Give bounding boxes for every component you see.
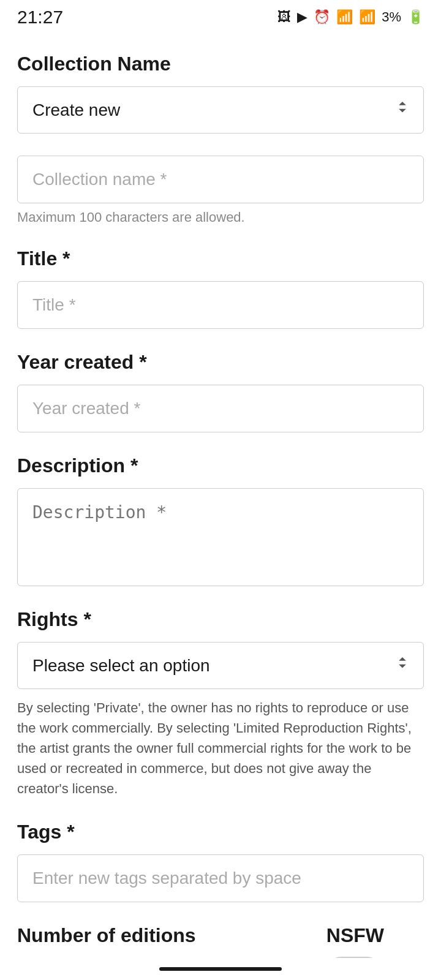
collection-name-hint: Maximum 100 characters are allowed. (17, 209, 424, 225)
title-section: Title * (17, 247, 424, 329)
rights-info: By selecting 'Private', the owner has no… (17, 698, 424, 799)
description-input[interactable] (17, 488, 424, 586)
year-created-section: Year created * (17, 351, 424, 432)
tags-section: Tags * (17, 821, 424, 902)
year-created-label: Year created * (17, 351, 424, 374)
collection-name-label: Collection Name (17, 53, 424, 75)
home-bar (0, 958, 441, 980)
play-icon: ▶ (297, 9, 307, 25)
year-created-input[interactable] (17, 385, 424, 432)
tags-label: Tags * (17, 821, 424, 843)
status-bar: 21:27 🖼 ▶ ⏰ 📶 📶 3% 🔋 (0, 0, 441, 34)
description-label: Description * (17, 454, 424, 477)
wifi-icon: 📶 (336, 9, 353, 25)
signal-icon: 📶 (359, 9, 375, 25)
battery-icon: 🔋 (407, 9, 424, 25)
collection-name-input[interactable] (17, 156, 424, 203)
title-label: Title * (17, 247, 424, 270)
nsfw-label: NSFW (326, 924, 384, 947)
title-input[interactable] (17, 281, 424, 329)
alarm-icon: ⏰ (314, 9, 330, 25)
image-icon: 🖼 (277, 9, 291, 25)
rights-select[interactable]: Please select an option Private Limited … (17, 642, 424, 689)
battery-text: 3% (382, 9, 401, 25)
form-content: Collection Name Create new Existing coll… (0, 34, 441, 980)
home-bar-indicator (159, 967, 282, 971)
description-section: Description * (17, 454, 424, 586)
editions-label: Number of editions (17, 924, 302, 947)
collection-name-section: Collection Name Create new Existing coll… (17, 53, 424, 134)
collection-name-input-group: Maximum 100 characters are allowed. (17, 156, 424, 225)
tags-input[interactable] (17, 854, 424, 902)
status-time: 21:27 (17, 7, 63, 28)
rights-section: Rights * Please select an option Private… (17, 608, 424, 799)
collection-name-select[interactable]: Create new Existing collection (17, 86, 424, 134)
rights-label: Rights * (17, 608, 424, 631)
status-icons: 🖼 ▶ ⏰ 📶 📶 3% 🔋 (277, 9, 424, 25)
